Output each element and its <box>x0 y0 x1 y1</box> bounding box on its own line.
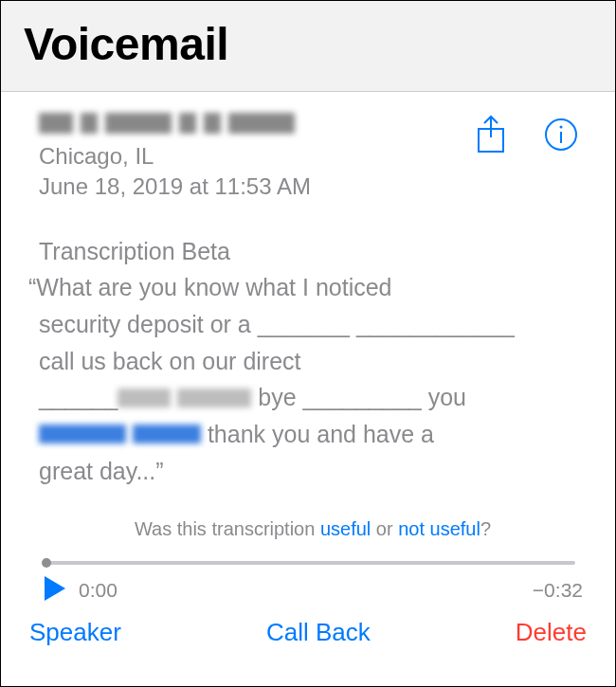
playback-scrubber[interactable] <box>46 561 575 565</box>
transcription-line-2: security deposit or a _______ __________… <box>39 311 515 337</box>
callback-button[interactable]: Call Back <box>266 618 371 647</box>
transcription-line-6: great day...” <box>39 458 164 484</box>
transcription-line-4a: ______ <box>39 384 118 410</box>
feedback-useful-link[interactable]: useful <box>320 518 371 539</box>
header: Voicemail <box>1 1 615 92</box>
caller-name-redacted <box>39 109 471 137</box>
page-title: Voicemail <box>24 18 592 70</box>
playback-controls: 0:00 −0:32 <box>39 561 587 606</box>
playback-row: 0:00 −0:32 <box>43 574 583 606</box>
transcription-text: “What are you know what I noticed securi… <box>39 269 587 490</box>
redacted-text <box>177 389 251 407</box>
info-icon[interactable] <box>541 115 581 154</box>
redacted-text <box>118 389 171 407</box>
transcription-label: Transcription Beta <box>39 238 587 265</box>
play-icon[interactable] <box>43 574 67 606</box>
top-actions <box>471 109 587 154</box>
playback-remaining-time: −0:32 <box>533 579 583 602</box>
transcription-line-1: “What are you know what I noticed <box>28 274 392 300</box>
bottom-action-bar: Speaker Call Back Delete <box>1 606 615 647</box>
redacted-link <box>39 425 126 443</box>
feedback-not-useful-link[interactable]: not useful <box>398 518 480 539</box>
delete-button[interactable]: Delete <box>516 618 587 647</box>
svg-point-2 <box>560 126 563 129</box>
caller-datetime: June 18, 2019 at 11:53 AM <box>39 173 471 200</box>
share-icon[interactable] <box>471 115 511 154</box>
feedback-prefix: Was this transcription <box>135 518 320 539</box>
transcription-line-4b: bye _________ you <box>251 384 466 410</box>
transcription-line-5: thank you and have a <box>201 421 434 447</box>
playback-current-time: 0:00 <box>79 579 118 602</box>
transcription-section: Transcription Beta “What are you know wh… <box>39 238 587 490</box>
caller-location: Chicago, IL <box>39 143 471 170</box>
transcription-feedback: Was this transcription useful or not use… <box>39 518 587 540</box>
redacted-link <box>133 425 201 443</box>
voicemail-detail: Chicago, IL June 18, 2019 at 11:53 AM <box>1 92 615 606</box>
transcription-line-3: call us back on our direct <box>39 348 301 374</box>
caller-row: Chicago, IL June 18, 2019 at 11:53 AM <box>39 109 587 200</box>
speaker-button[interactable]: Speaker <box>29 618 121 647</box>
feedback-suffix: ? <box>480 518 491 539</box>
scrubber-thumb[interactable] <box>42 558 51 568</box>
feedback-or: or <box>371 518 398 539</box>
caller-info: Chicago, IL June 18, 2019 at 11:53 AM <box>39 109 471 200</box>
